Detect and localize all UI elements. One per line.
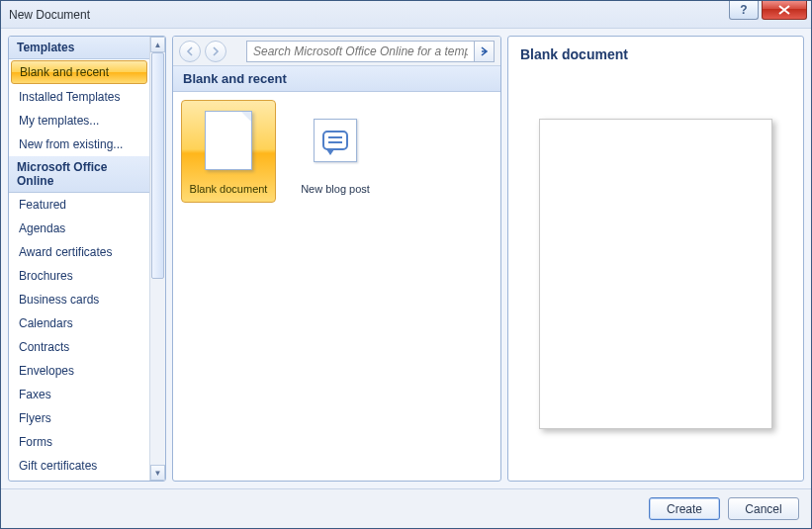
sidebar-heading-office-online: Microsoft Office Online <box>9 156 149 193</box>
create-button[interactable]: Create <box>649 497 720 520</box>
sidebar-item-blank-and-recent[interactable]: Blank and recent <box>11 60 147 84</box>
sidebar-item-award-certificates[interactable]: Award certificates <box>9 240 149 264</box>
page-icon <box>205 111 252 170</box>
sidebar-item-new-from-existing[interactable]: New from existing... <box>9 132 149 156</box>
template-label: New blog post <box>288 183 383 199</box>
sidebar-item-contracts[interactable]: Contracts <box>9 335 149 359</box>
blank-document-icon <box>185 104 272 177</box>
help-icon: ? <box>740 3 747 17</box>
arrow-left-icon <box>185 46 195 56</box>
new-document-dialog: New Document ? Templates Blank and recen… <box>0 0 812 529</box>
search-box <box>246 41 495 62</box>
sidebar-item-my-templates[interactable]: My templates... <box>9 109 149 132</box>
sidebar-item-brochures[interactable]: Brochures <box>9 264 149 288</box>
sidebar-item-faxes[interactable]: Faxes <box>9 383 149 406</box>
speech-bubble-icon <box>314 119 357 162</box>
sidebar-list: Templates Blank and recent Installed Tem… <box>9 37 149 481</box>
search-input[interactable] <box>247 43 474 60</box>
sidebar-item-forms[interactable]: Forms <box>9 430 149 454</box>
sidebar-item-featured[interactable]: Featured <box>9 193 149 217</box>
scroll-up-button[interactable]: ▲ <box>150 37 165 52</box>
close-button[interactable] <box>762 1 807 20</box>
window-title: New Document <box>9 8 90 22</box>
sidebar-item-installed-templates[interactable]: Installed Templates <box>9 85 149 109</box>
center-toolbar <box>173 37 500 66</box>
scroll-track[interactable] <box>150 52 165 465</box>
preview-panel: Blank document <box>507 36 804 482</box>
sidebar-item-calendars[interactable]: Calendars <box>9 311 149 335</box>
sidebar-item-gift-certificates[interactable]: Gift certificates <box>9 454 149 478</box>
sidebar-scroll-area: Templates Blank and recent Installed Tem… <box>9 37 165 481</box>
scroll-down-button[interactable]: ▼ <box>150 465 165 481</box>
search-go-button[interactable] <box>474 42 494 61</box>
sidebar-item-agendas[interactable]: Agendas <box>9 217 149 240</box>
center-section-heading: Blank and recent <box>173 66 500 92</box>
cancel-button[interactable]: Cancel <box>728 497 799 520</box>
blog-post-icon <box>292 104 379 177</box>
titlebar-buttons: ? <box>729 1 811 20</box>
templates-center-panel: Blank and recent Blank document <box>172 36 501 482</box>
nav-back-button[interactable] <box>179 41 201 62</box>
sidebar-item-flyers[interactable]: Flyers <box>9 406 149 430</box>
sidebar-item-envelopes[interactable]: Envelopes <box>9 359 149 383</box>
sidebar-item-business-cards[interactable]: Business cards <box>9 288 149 311</box>
arrow-right-icon <box>211 46 221 56</box>
nav-forward-button[interactable] <box>205 41 226 62</box>
template-new-blog-post[interactable]: New blog post <box>288 100 383 199</box>
arrow-right-icon <box>480 46 490 56</box>
preview-page-thumbnail <box>539 119 772 429</box>
template-blank-document[interactable]: Blank document <box>181 100 276 203</box>
sidebar-heading-templates: Templates <box>9 37 149 59</box>
help-button[interactable]: ? <box>729 1 759 20</box>
preview-heading: Blank document <box>508 37 803 66</box>
scroll-thumb[interactable] <box>151 52 164 279</box>
preview-body <box>508 66 803 481</box>
templates-sidebar: Templates Blank and recent Installed Tem… <box>8 36 166 482</box>
dialog-footer: Create Cancel <box>1 488 811 528</box>
templates-list: Blank document New blog post <box>173 92 500 481</box>
titlebar: New Document ? <box>1 1 811 29</box>
sidebar-scrollbar[interactable]: ▲ ▼ <box>149 37 165 481</box>
dialog-body: Templates Blank and recent Installed Tem… <box>1 29 811 488</box>
close-icon <box>777 5 791 15</box>
sidebar-item-greeting-cards[interactable]: Greeting cards <box>9 478 149 481</box>
template-label: Blank document <box>185 183 272 199</box>
